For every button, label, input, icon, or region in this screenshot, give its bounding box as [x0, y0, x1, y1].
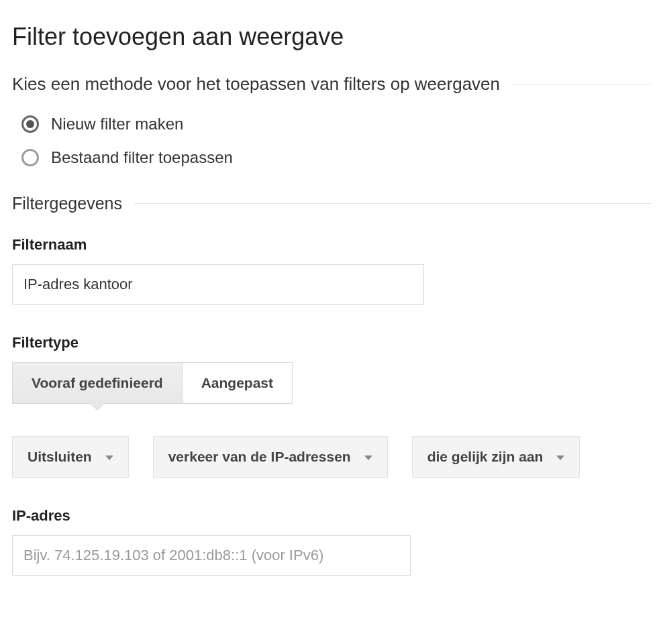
select-exclude-label: Uitsluiten [28, 449, 92, 465]
select-traffic-source[interactable]: verkeer van de IP-adressen [153, 436, 388, 478]
filter-type-tabs: Vooraf gedefinieerd Aangepast [12, 362, 293, 404]
tab-custom[interactable]: Aangepast [182, 363, 292, 403]
caret-down-icon [364, 455, 372, 460]
page-title: Filter toevoegen aan weergave [12, 23, 651, 51]
caret-down-icon [556, 455, 564, 460]
divider [134, 203, 651, 204]
tab-predefined[interactable]: Vooraf gedefinieerd [13, 363, 182, 403]
filter-type-label: Filtertype [12, 334, 651, 352]
method-section-label: Kies een methode voor het toepassen van … [12, 74, 500, 95]
filter-data-section-label: Filtergegevens [12, 194, 122, 213]
radio-new-filter[interactable]: Nieuw filter maken [21, 115, 651, 133]
ip-address-input[interactable] [12, 535, 411, 576]
method-section-header: Kies een methode voor het toepassen van … [12, 74, 651, 95]
radio-existing-filter-label: Bestaand filter toepassen [51, 148, 233, 167]
filter-data-section-header: Filtergegevens [12, 194, 651, 213]
select-expression[interactable]: die gelijk zijn aan [412, 436, 580, 478]
radio-new-filter-label: Nieuw filter maken [51, 115, 183, 133]
radio-icon [21, 149, 39, 166]
select-expression-label: die gelijk zijn aan [427, 449, 544, 465]
select-exclude[interactable]: Uitsluiten [12, 436, 129, 478]
radio-existing-filter[interactable]: Bestaand filter toepassen [21, 148, 651, 167]
ip-address-label: IP-adres [12, 507, 651, 525]
filter-name-input[interactable] [12, 264, 424, 305]
filter-name-label: Filternaam [12, 236, 651, 254]
filter-type-select-row: Uitsluiten verkeer van de IP-adressen di… [12, 436, 651, 478]
caret-down-icon [105, 455, 113, 460]
radio-icon [21, 115, 39, 133]
divider [512, 84, 651, 85]
select-traffic-source-label: verkeer van de IP-adressen [168, 449, 351, 465]
